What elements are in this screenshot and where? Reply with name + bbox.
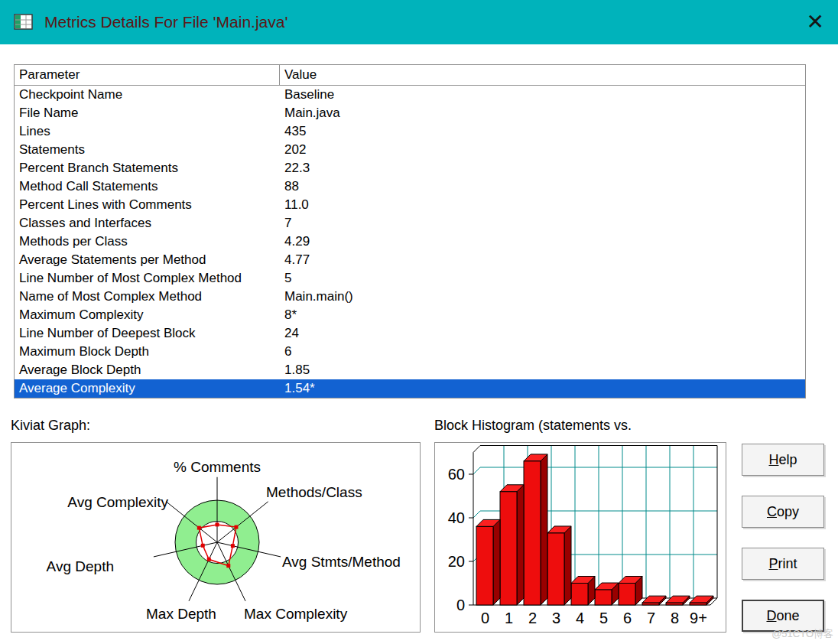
parameter-cell: Statements: [15, 141, 280, 159]
parameter-cell: Percent Lines with Comments: [15, 196, 280, 214]
value-cell: 88: [280, 177, 805, 196]
metrics-table-body: Checkpoint NameBaselineFile NameMain.jav…: [15, 86, 805, 398]
svg-text:40: 40: [448, 509, 465, 526]
svg-text:% Comments: % Comments: [174, 459, 261, 475]
watermark: @51CTO博客: [771, 627, 833, 641]
value-cell: 202: [280, 141, 805, 159]
column-header-value[interactable]: Value: [280, 65, 805, 85]
parameter-cell: Maximum Block Depth: [15, 343, 280, 361]
close-icon[interactable]: ✕: [807, 11, 824, 33]
svg-text:0: 0: [481, 610, 489, 626]
parameter-cell: Percent Branch Statements: [15, 159, 280, 177]
svg-text:4: 4: [576, 610, 584, 626]
value-cell: Main.java: [280, 104, 805, 122]
help-button[interactable]: Help: [742, 444, 824, 476]
parameter-cell: Average Complexity: [15, 379, 280, 398]
value-cell: 1.85: [280, 361, 805, 379]
svg-text:7: 7: [647, 610, 655, 626]
parameter-cell: Checkpoint Name: [15, 86, 280, 104]
table-row[interactable]: Statements202: [15, 141, 805, 159]
table-row[interactable]: Line Number of Deepest Block24: [15, 324, 805, 343]
histogram-chart: 02040600123456789+: [435, 443, 726, 632]
kiviat-section-label: Kiviat Graph:: [11, 418, 90, 434]
value-cell: 5: [280, 269, 805, 288]
svg-text:0: 0: [456, 597, 465, 613]
parameter-cell: Average Block Depth: [15, 361, 280, 379]
print-button[interactable]: Print: [742, 548, 824, 580]
parameter-cell: Methods per Class: [15, 233, 280, 251]
svg-text:Max Depth: Max Depth: [146, 606, 216, 622]
value-cell: 22.3: [280, 159, 805, 177]
value-cell: Main.main(): [280, 288, 805, 306]
parameter-cell: Method Call Statements: [15, 177, 280, 196]
svg-text:Avg Stmts/Method: Avg Stmts/Method: [282, 554, 401, 570]
parameter-cell: Line Number of Most Complex Method: [15, 269, 280, 288]
table-row[interactable]: Average Statements per Method4.77: [15, 251, 805, 269]
app-icon: [14, 13, 34, 31]
svg-text:1: 1: [505, 610, 513, 626]
parameter-cell: Maximum Complexity: [15, 306, 280, 324]
table-row[interactable]: Methods per Class4.29: [15, 233, 805, 251]
table-row[interactable]: Maximum Block Depth6: [15, 343, 805, 361]
copy-button[interactable]: Copy: [742, 496, 824, 528]
value-cell: 7: [280, 214, 805, 233]
svg-text:Methods/Class: Methods/Class: [266, 484, 362, 500]
value-cell: 4.29: [280, 233, 805, 251]
parameter-cell: Lines: [15, 122, 280, 141]
histogram-section-label: Block Histogram (statements vs.: [434, 418, 632, 434]
column-header-parameter[interactable]: Parameter: [15, 65, 280, 85]
parameter-cell: File Name: [15, 104, 280, 122]
svg-text:8: 8: [671, 610, 679, 626]
table-row[interactable]: Name of Most Complex MethodMain.main(): [15, 288, 805, 306]
titlebar: Metrics Details For File 'Main.java' ✕: [0, 0, 838, 44]
value-cell: 1.54*: [280, 379, 805, 398]
table-header-row: Parameter Value: [15, 65, 805, 86]
value-cell: Baseline: [280, 86, 805, 104]
value-cell: 11.0: [280, 196, 805, 214]
parameter-cell: Average Statements per Method: [15, 251, 280, 269]
value-cell: 24: [280, 324, 805, 343]
kiviat-graph-panel: % CommentsMethods/ClassAvg Stmts/MethodM…: [11, 442, 421, 633]
table-row[interactable]: Percent Lines with Comments11.0: [15, 196, 805, 214]
table-row[interactable]: Line Number of Most Complex Method5: [15, 269, 805, 288]
parameter-cell: Line Number of Deepest Block: [15, 324, 280, 343]
svg-text:60: 60: [448, 466, 465, 483]
table-row[interactable]: Lines435: [15, 122, 805, 141]
value-cell: 435: [280, 122, 805, 141]
table-row[interactable]: Method Call Statements88: [15, 177, 805, 196]
table-row[interactable]: Average Complexity1.54*: [15, 379, 805, 398]
table-row[interactable]: File NameMain.java: [15, 104, 805, 122]
table-row[interactable]: Checkpoint NameBaseline: [15, 86, 805, 104]
svg-text:Avg Complexity: Avg Complexity: [67, 494, 168, 510]
svg-text:6: 6: [623, 610, 632, 626]
svg-text:3: 3: [552, 610, 560, 626]
value-cell: 4.77: [280, 251, 805, 269]
svg-text:Max Complexity: Max Complexity: [244, 606, 348, 622]
table-row[interactable]: Maximum Complexity8*: [15, 306, 805, 324]
value-cell: 6: [280, 343, 805, 361]
parameter-cell: Name of Most Complex Method: [15, 288, 280, 306]
svg-text:2: 2: [528, 610, 537, 626]
parameter-cell: Classes and Interfaces: [15, 214, 280, 233]
table-row[interactable]: Average Block Depth1.85: [15, 361, 805, 379]
table-row[interactable]: Classes and Interfaces7: [15, 214, 805, 233]
value-cell: 8*: [280, 306, 805, 324]
svg-text:20: 20: [448, 553, 465, 570]
kiviat-chart: % CommentsMethods/ClassAvg Stmts/MethodM…: [11, 443, 420, 632]
metrics-table: Parameter Value Checkpoint NameBaselineF…: [14, 64, 806, 398]
block-histogram-panel: 02040600123456789+: [434, 442, 726, 633]
window-title: Metrics Details For File 'Main.java': [44, 13, 287, 31]
svg-text:5: 5: [599, 610, 608, 626]
table-row[interactable]: Percent Branch Statements22.3: [15, 159, 805, 177]
svg-text:Avg Depth: Avg Depth: [47, 558, 114, 574]
svg-text:9+: 9+: [690, 610, 707, 626]
